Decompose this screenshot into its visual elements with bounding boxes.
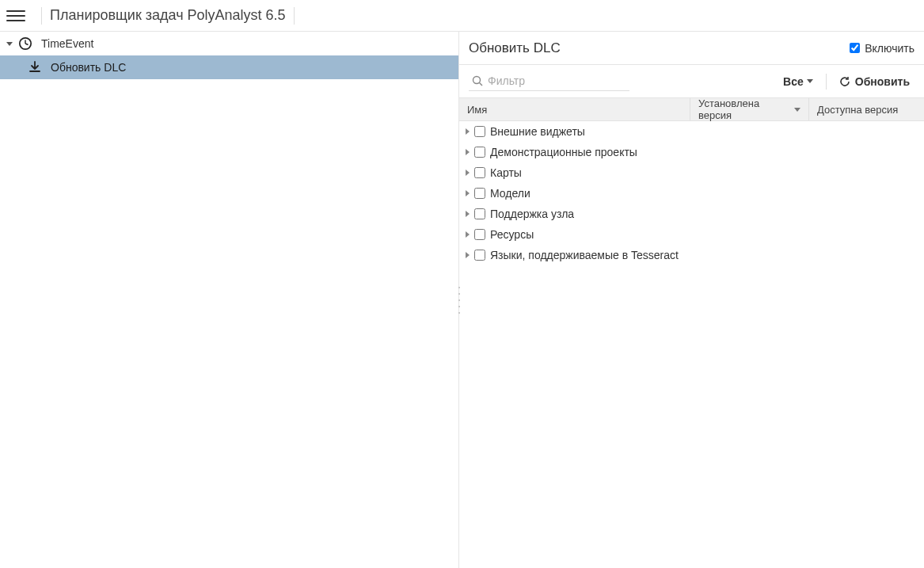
table-body: Внешние виджетыДемонстрационные проектыК… <box>459 121 924 265</box>
tree-item-timeevent[interactable]: TimeEvent <box>0 32 458 55</box>
panel-title: Обновить DLC <box>469 40 561 56</box>
column-header-available[interactable]: Доступна версия <box>809 98 924 120</box>
app-header: Планировщик задач PolyAnalyst 6.5 <box>0 0 924 32</box>
enable-label: Включить <box>865 42 914 55</box>
expand-icon[interactable] <box>466 170 470 176</box>
sort-desc-icon <box>794 108 800 112</box>
tree-item-update-dlc[interactable]: Обновить DLC <box>0 55 458 79</box>
row-name-label: Карты <box>490 166 522 179</box>
expand-icon[interactable] <box>466 149 470 155</box>
row-checkbox[interactable] <box>474 126 485 137</box>
table-row[interactable]: Демонстрационные проекты <box>459 142 924 162</box>
refresh-icon <box>839 76 850 87</box>
row-name-label: Внешние виджеты <box>490 125 585 138</box>
enable-checkbox-wrap[interactable]: Включить <box>850 42 914 55</box>
table-row[interactable]: Карты <box>459 162 924 183</box>
divider <box>41 7 42 25</box>
hamburger-menu-icon[interactable] <box>6 6 25 25</box>
row-name-label: Языки, поддерживаемые в Tesseract <box>490 249 679 261</box>
expand-icon[interactable] <box>466 128 470 135</box>
filter-input-wrap[interactable] <box>469 71 629 91</box>
expand-icon[interactable] <box>466 190 470 196</box>
refresh-button[interactable]: Обновить <box>835 72 914 91</box>
row-name-label: Модели <box>490 187 530 200</box>
all-label: Все <box>783 75 804 88</box>
filter-input[interactable] <box>488 74 626 87</box>
row-name-label: Поддержка узла <box>490 208 574 220</box>
enable-checkbox[interactable] <box>850 43 860 53</box>
row-checkbox[interactable] <box>474 208 485 219</box>
details-panel: Обновить DLC Включить Все <box>459 32 924 568</box>
clock-icon <box>17 36 33 51</box>
column-header-installed[interactable]: Установлена версия <box>690 98 809 120</box>
expand-icon[interactable] <box>466 211 470 217</box>
table-row[interactable]: Поддержка узла <box>459 204 924 224</box>
refresh-label: Обновить <box>855 75 910 88</box>
splitter-handle[interactable] <box>456 284 462 316</box>
row-name-label: Ресурсы <box>490 228 534 241</box>
svg-line-6 <box>480 83 483 86</box>
app-title: Планировщик задач PolyAnalyst 6.5 <box>50 7 286 24</box>
tree-collapse-icon[interactable] <box>5 40 14 48</box>
table-row[interactable]: Внешние виджеты <box>459 121 924 142</box>
row-checkbox[interactable] <box>474 229 485 240</box>
tree-panel: TimeEvent Обновить DLC <box>0 32 459 568</box>
all-dropdown[interactable]: Все <box>778 72 818 91</box>
search-icon <box>472 75 483 86</box>
column-header-name[interactable]: Имя <box>459 98 690 120</box>
svg-point-5 <box>473 77 481 84</box>
table-header: Имя Установлена версия Доступна версия <box>459 97 924 121</box>
download-icon <box>27 59 43 75</box>
table-row[interactable]: Языки, поддерживаемые в Tesseract <box>459 245 924 265</box>
row-checkbox[interactable] <box>474 250 485 261</box>
row-checkbox[interactable] <box>474 188 485 199</box>
tree-item-label: Обновить DLC <box>51 61 126 74</box>
row-checkbox[interactable] <box>474 147 485 158</box>
row-checkbox[interactable] <box>474 167 485 178</box>
divider <box>294 7 295 25</box>
row-name-label: Демонстрационные проекты <box>490 146 637 158</box>
expand-icon[interactable] <box>466 231 470 238</box>
table-row[interactable]: Модели <box>459 183 924 204</box>
table-row[interactable]: Ресурсы <box>459 224 924 245</box>
divider <box>826 74 827 90</box>
tree-item-label: TimeEvent <box>41 37 93 50</box>
chevron-down-icon <box>807 79 813 83</box>
expand-icon[interactable] <box>466 252 470 258</box>
